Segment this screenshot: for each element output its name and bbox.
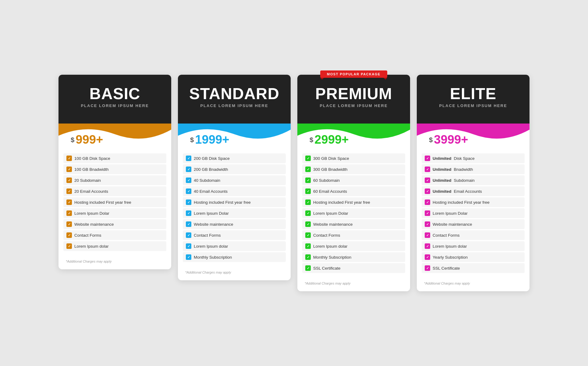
check-icon: ✓: [186, 232, 191, 238]
list-item: ✓Contact Forms: [63, 230, 166, 240]
list-item: ✓SSL Certificate: [422, 263, 525, 273]
check-icon: ✓: [305, 188, 311, 194]
card-price-standard: $1999+: [183, 128, 237, 149]
card-price-basic: $999+: [63, 128, 110, 149]
feature-text: 20 Email Accounts: [74, 189, 108, 194]
pricing-card-premium: PREMIUMPLACE LOREM IPSUM HERE $2999+✓300…: [297, 75, 410, 291]
check-icon: ✓: [305, 210, 311, 216]
check-icon: ✓: [305, 254, 311, 260]
list-item: ✓100 GB Bnadwidth: [63, 164, 166, 174]
features-list-standard: ✓200 GB Disk Space✓200 GB Bnadwidth✓40 S…: [178, 151, 291, 266]
popular-badge: MOST POPULAR PACKAGE: [320, 70, 387, 78]
price-amount-basic: 999+: [76, 133, 103, 145]
feature-bold-text: Unlimited: [433, 156, 452, 161]
feature-text: Lorem Ipsum dolar: [74, 244, 109, 249]
check-icon: ✓: [425, 199, 430, 205]
header-wrapper-premium: PREMIUMPLACE LOREM IPSUM HERE $2999+: [297, 75, 410, 151]
check-icon: ✓: [66, 188, 72, 194]
list-item: ✓Lorem Ipsum dolar: [302, 241, 405, 251]
check-icon: ✓: [305, 167, 311, 172]
card-price-elite: $3999+: [422, 128, 476, 149]
list-item: ✓Contact Forms: [302, 230, 405, 240]
card-subtitle-standard: PLACE LOREM IPSUM HERE: [185, 103, 283, 117]
check-icon: ✓: [186, 178, 191, 183]
card-subtitle-elite: PLACE LOREM IPSUM HERE: [424, 103, 522, 117]
feature-bold-text: Unlimited: [433, 167, 452, 172]
feature-bold-text: Unlimited: [433, 178, 452, 183]
feature-text: SSL Certificate: [313, 266, 341, 271]
header-wrapper-standard: STANDARDPLACE LOREM IPSUM HERE $1999+: [178, 75, 291, 151]
feature-text: Website maintenance: [313, 222, 353, 227]
card-wrapper-elite: ELITEPLACE LOREM IPSUM HERE $3999+✓Unlim…: [417, 75, 530, 291]
feature-text: 60 Email Accounts: [313, 189, 347, 194]
feature-text: Hosting included First year free: [313, 200, 370, 205]
list-item: ✓Monthly Subscription: [183, 252, 286, 262]
check-icon: ✓: [186, 210, 191, 216]
list-item: ✓Lorem Ipsum Dolar: [183, 208, 286, 218]
list-item: ✓Website maintenance: [183, 219, 286, 229]
list-item: ✓20 Subdomain: [63, 175, 166, 185]
additional-charges-standard: *Additional Charges may apply: [178, 266, 291, 280]
list-item: ✓Lorem Ipsum dolar: [63, 241, 166, 251]
feature-text: Hosting included First year free: [74, 200, 131, 205]
feature-text: 20 Subdomain: [74, 178, 101, 183]
list-item: ✓Yearly Subscription: [422, 252, 525, 262]
check-icon: ✓: [66, 167, 72, 172]
card-header-basic: BASICPLACE LOREM IPSUM HERE: [58, 75, 171, 124]
price-amount-standard: 1999+: [195, 133, 229, 145]
feature-text: SSL Certificate: [433, 266, 460, 271]
feature-text: 200 GB Bnadwidth: [194, 167, 228, 172]
feature-text: 300 GB Disk Space: [313, 156, 349, 161]
feature-text: Lorem Ipsum Dolar: [313, 211, 348, 216]
header-wrapper-basic: BASICPLACE LOREM IPSUM HERE $999+: [58, 75, 171, 151]
feature-text: Website maintenance: [433, 222, 472, 227]
check-icon: ✓: [305, 156, 311, 161]
price-amount-premium: 2999+: [314, 133, 349, 145]
check-icon: ✓: [425, 188, 430, 194]
check-icon: ✓: [425, 243, 430, 249]
feature-text: Disk Space: [454, 156, 475, 161]
check-icon: ✓: [186, 199, 191, 205]
card-subtitle-basic: PLACE LOREM IPSUM HERE: [66, 103, 164, 117]
price-dollar-standard: $: [190, 136, 194, 144]
check-icon: ✓: [66, 232, 72, 238]
check-icon: ✓: [425, 265, 430, 271]
additional-charges-basic: *Additional Charges may apply: [58, 255, 171, 269]
list-item: ✓Hosting included First year free: [302, 197, 405, 207]
check-icon: ✓: [186, 156, 191, 161]
feature-text: 100 GB Bnadwidth: [74, 167, 109, 172]
list-item: ✓100 GB Disk Space: [63, 153, 166, 163]
list-item: ✓Lorem Ipsum Dolar: [302, 208, 405, 218]
list-item: ✓Contact Forms: [422, 230, 525, 240]
list-item: ✓Unlimited Email Accounts: [422, 186, 525, 196]
price-dollar-premium: $: [310, 136, 313, 144]
check-icon: ✓: [186, 188, 191, 194]
feature-text: 100 GB Disk Space: [74, 156, 110, 161]
feature-text: Monthly Subscription: [194, 255, 232, 260]
check-icon: ✓: [425, 178, 430, 183]
card-subtitle-premium: PLACE LOREM IPSUM HERE: [305, 103, 403, 117]
feature-text: 300 GB Bnadwidth: [313, 167, 348, 172]
check-icon: ✓: [305, 265, 311, 271]
feature-text: 40 Subdomain: [194, 178, 220, 183]
list-item: ✓Lorem Ipsum Dolar: [422, 208, 525, 218]
check-icon: ✓: [66, 156, 72, 161]
list-item: ✓Hosting included First year free: [422, 197, 525, 207]
feature-text: Monthly Subscription: [313, 255, 351, 260]
pricing-card-basic: BASICPLACE LOREM IPSUM HERE $999+✓100 GB…: [58, 75, 171, 269]
check-icon: ✓: [305, 221, 311, 227]
check-icon: ✓: [186, 221, 191, 227]
card-wrapper-premium: MOST POPULAR PACKAGEPREMIUMPLACE LOREM I…: [297, 75, 410, 291]
list-item: ✓Website maintenance: [302, 219, 405, 229]
feature-text: Contact Forms: [433, 233, 460, 238]
feature-text: Lorem Ipsum dolar: [194, 244, 228, 249]
feature-text: 40 Email Accounts: [194, 189, 228, 194]
feature-text: 200 GB Disk Space: [194, 156, 230, 161]
feature-text: Yearly Subscription: [433, 255, 468, 260]
feature-text: Website maintenance: [194, 222, 233, 227]
feature-text: Hosting included First year free: [194, 200, 251, 205]
check-icon: ✓: [186, 167, 191, 172]
list-item: ✓SSL Certificate: [302, 263, 405, 273]
card-price-premium: $2999+: [302, 128, 356, 149]
features-list-premium: ✓300 GB Disk Space✓300 GB Bnadwidth✓60 S…: [297, 151, 410, 277]
